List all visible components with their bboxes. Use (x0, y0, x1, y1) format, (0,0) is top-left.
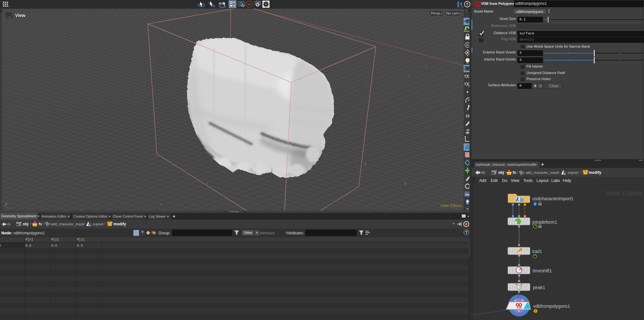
svg-text:usdcharacterimport1: usdcharacterimport1 (532, 196, 573, 201)
svg-text:2: 2 (408, 75, 410, 78)
svg-text:timeshift1: timeshift1 (533, 268, 552, 273)
svg-text:!: ! (535, 309, 536, 313)
svg-text:?: ? (466, 2, 469, 7)
svg-text:y: y (6, 202, 7, 205)
svg-text:VDB: VDB (517, 306, 522, 309)
svg-text:x: x (9, 207, 10, 210)
svg-text:peak1: peak1 (533, 285, 545, 290)
svg-text:trail1: trail1 (532, 249, 542, 254)
svg-text:12: 12 (466, 114, 469, 118)
svg-text:VDB: VDB (475, 5, 480, 7)
svg-text:2: 2 (365, 163, 366, 166)
svg-text:3: 3 (425, 65, 427, 69)
svg-text:jointdeform1: jointdeform1 (532, 220, 557, 225)
svg-text:vdbfrompolygons1: vdbfrompolygons1 (533, 304, 570, 309)
svg-text:z: z (2, 206, 4, 210)
svg-text:3: 3 (404, 182, 406, 185)
svg-text:3: 3 (160, 202, 161, 206)
svg-text:2: 2 (206, 182, 208, 185)
svg-text:12: 12 (466, 128, 469, 132)
